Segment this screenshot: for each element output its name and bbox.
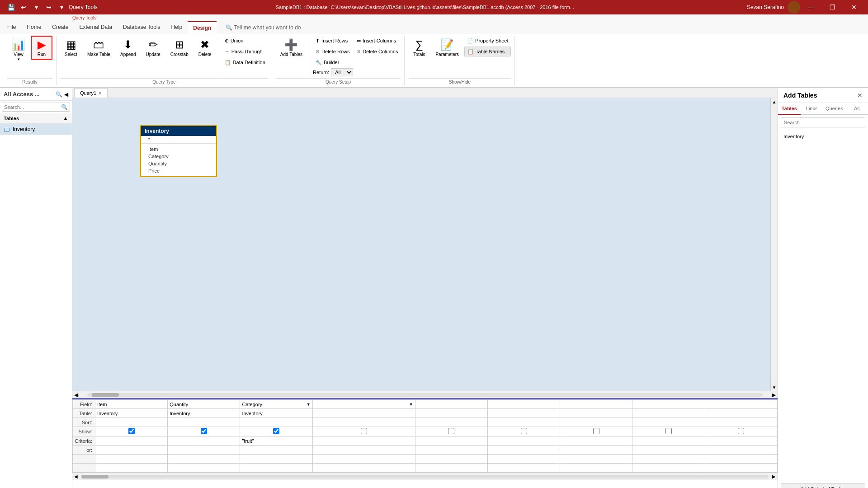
make-table-button[interactable]: 🗃 Make Table xyxy=(83,36,115,60)
or-col-7[interactable] xyxy=(560,446,632,455)
show-checkbox-3[interactable] xyxy=(273,428,279,434)
insert-rows-button[interactable]: ⬆ Insert Rows xyxy=(313,36,353,46)
right-tab-queries[interactable]: Queries xyxy=(823,103,846,114)
or-col-8[interactable] xyxy=(632,446,705,455)
criteria-col-9[interactable] xyxy=(705,436,777,446)
empty-col-1-1[interactable] xyxy=(95,455,168,464)
right-list-item-inventory[interactable]: Inventory xyxy=(778,132,868,141)
or-col-5[interactable] xyxy=(415,446,487,455)
sort-col-6[interactable] xyxy=(488,418,560,427)
empty-col-2-7[interactable] xyxy=(560,464,632,473)
undo-dropdown[interactable]: ▾ xyxy=(31,2,42,13)
or-col-9[interactable] xyxy=(705,446,777,455)
show-col-1[interactable] xyxy=(95,427,168,436)
field-item-quantity[interactable]: Quantity xyxy=(141,160,216,167)
dropdown-icon-3[interactable]: ▼ xyxy=(307,402,311,407)
criteria-col-3[interactable]: "fruit" xyxy=(240,436,312,446)
scroll-up-btn[interactable]: ▲ xyxy=(771,98,778,105)
empty-col-1-4[interactable] xyxy=(312,455,415,464)
right-tab-tables[interactable]: Tables xyxy=(778,103,801,115)
field-item-category[interactable]: Category xyxy=(141,153,216,160)
delete-button[interactable]: ✖ Delete xyxy=(194,36,216,60)
show-checkbox-2[interactable] xyxy=(201,428,207,434)
delete-columns-button[interactable]: ✖ Delete Columns xyxy=(354,47,401,56)
tab-database-tools[interactable]: Database Tools xyxy=(118,21,166,34)
or-col-2[interactable] xyxy=(168,446,240,455)
show-checkbox-9[interactable] xyxy=(738,428,744,434)
field-col-5[interactable] xyxy=(415,400,487,409)
empty-col-1-3[interactable] xyxy=(240,455,312,464)
criteria-col-2[interactable] xyxy=(168,436,240,446)
criteria-col-4[interactable] xyxy=(312,436,415,446)
field-col-3[interactable]: Category ▼ xyxy=(240,400,312,409)
parameters-button[interactable]: 📝 Parameters xyxy=(431,36,463,60)
or-col-6[interactable] xyxy=(488,446,560,455)
field-item-price[interactable]: Price xyxy=(141,167,216,174)
criteria-col-7[interactable] xyxy=(560,436,632,446)
empty-col-2-5[interactable] xyxy=(415,464,487,473)
builder-button[interactable]: 🔧 Builder xyxy=(313,57,353,67)
select-button[interactable]: ▦ Select xyxy=(60,36,82,60)
sort-col-8[interactable] xyxy=(632,418,705,427)
or-col-4[interactable] xyxy=(312,446,415,455)
show-col-2[interactable] xyxy=(168,427,240,436)
inventory-table-item[interactable]: 🗃 Inventory xyxy=(0,124,72,135)
tab-help[interactable]: Help xyxy=(166,21,188,34)
tab-create[interactable]: Create xyxy=(47,21,74,34)
run-button[interactable]: ▶ Run xyxy=(31,36,52,60)
show-col-7[interactable] xyxy=(560,427,632,436)
empty-col-2-3[interactable] xyxy=(240,464,312,473)
empty-col-2-4[interactable] xyxy=(312,464,415,473)
redo-btn[interactable]: ↪ xyxy=(43,2,54,13)
grid-scroll-left[interactable]: ◀ xyxy=(72,474,80,479)
left-search-input[interactable] xyxy=(2,103,59,111)
right-tab-all[interactable]: All xyxy=(845,103,868,114)
crosstab-button[interactable]: ⊞ Crosstab xyxy=(166,36,193,60)
undo-btn[interactable]: ↩ xyxy=(18,2,29,13)
save-btn[interactable]: 💾 xyxy=(5,2,16,13)
or-col-3[interactable] xyxy=(240,446,312,455)
show-checkbox-4[interactable] xyxy=(361,428,367,434)
field-col-9[interactable] xyxy=(705,400,777,409)
data-definition-button[interactable]: 📋 Data Definition xyxy=(222,57,268,67)
empty-col-1-9[interactable] xyxy=(705,455,777,464)
delete-rows-button[interactable]: ✖ Delete Rows xyxy=(313,47,353,56)
show-col-3[interactable] xyxy=(240,427,312,436)
scroll-down-btn[interactable]: ▼ xyxy=(771,384,778,391)
sort-col-3[interactable] xyxy=(240,418,312,427)
field-col-7[interactable] xyxy=(560,400,632,409)
show-checkbox-7[interactable] xyxy=(593,428,599,434)
empty-col-2-8[interactable] xyxy=(632,464,705,473)
empty-col-2-9[interactable] xyxy=(705,464,777,473)
table-names-button[interactable]: 📋 Table Names xyxy=(464,47,511,56)
or-col-1[interactable] xyxy=(95,446,168,455)
field-col-1[interactable]: Item xyxy=(95,400,168,409)
show-checkbox-6[interactable] xyxy=(521,428,527,434)
restore-btn[interactable]: ❐ xyxy=(822,0,843,14)
empty-col-1-6[interactable] xyxy=(488,455,560,464)
empty-col-1-5[interactable] xyxy=(415,455,487,464)
sort-col-7[interactable] xyxy=(560,418,632,427)
close-btn[interactable]: ✕ xyxy=(844,0,864,14)
tab-design[interactable]: Design xyxy=(188,21,217,34)
tab-home[interactable]: Home xyxy=(21,21,47,34)
pass-through-button[interactable]: → Pass-Through xyxy=(222,47,268,56)
show-checkbox-5[interactable] xyxy=(448,428,454,434)
field-col-6[interactable] xyxy=(488,400,560,409)
show-col-4[interactable] xyxy=(312,427,415,436)
append-button[interactable]: ⬇ Append xyxy=(116,36,140,60)
criteria-col-1[interactable] xyxy=(95,436,168,446)
grid-scroll-right[interactable]: ▶ xyxy=(770,474,778,479)
query1-tab[interactable]: Query1 ✕ xyxy=(74,88,108,98)
empty-col-2-2[interactable] xyxy=(168,464,240,473)
right-tab-links[interactable]: Links xyxy=(801,103,823,114)
dropdown-icon-4[interactable]: ▼ xyxy=(409,402,413,407)
minimize-btn[interactable]: — xyxy=(800,0,821,14)
totals-button[interactable]: ∑ Totals xyxy=(408,36,430,60)
tables-section-header[interactable]: Tables ▲ xyxy=(0,113,72,124)
show-col-6[interactable] xyxy=(488,427,560,436)
empty-col-1-8[interactable] xyxy=(632,455,705,464)
criteria-col-8[interactable] xyxy=(632,436,705,446)
show-col-8[interactable] xyxy=(632,427,705,436)
field-col-2[interactable]: Quantity xyxy=(168,400,240,409)
